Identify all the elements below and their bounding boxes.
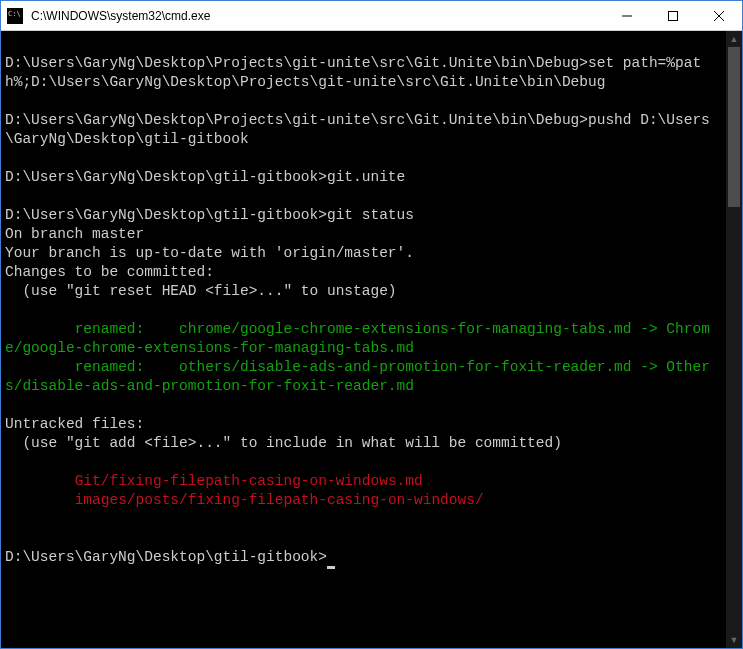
console-line: Untracked files:	[5, 416, 144, 432]
maximize-button[interactable]	[650, 1, 696, 30]
scrollbar-thumb[interactable]	[728, 47, 740, 207]
close-button[interactable]	[696, 1, 742, 30]
scroll-down-arrow-icon[interactable]: ▼	[726, 632, 742, 648]
cmd-icon	[7, 8, 23, 24]
console-output[interactable]: D:\Users\GaryNg\Desktop\Projects\git-uni…	[1, 31, 726, 648]
minimize-button[interactable]	[604, 1, 650, 30]
console-line: Your branch is up-to-date with 'origin/m…	[5, 245, 414, 261]
console-line: D:\Users\GaryNg\Desktop\gtil-gitbook>	[5, 549, 327, 565]
console-area: D:\Users\GaryNg\Desktop\Projects\git-uni…	[1, 31, 742, 648]
window-title: C:\WINDOWS\system32\cmd.exe	[29, 9, 604, 23]
console-line: D:\Users\GaryNg\Desktop\gtil-gitbook>git…	[5, 207, 414, 223]
scroll-up-arrow-icon[interactable]: ▲	[726, 31, 742, 47]
console-line: Changes to be committed:	[5, 264, 214, 280]
scrollbar[interactable]: ▲ ▼	[726, 31, 742, 648]
console-line: D:\Users\GaryNg\Desktop\Projects\git-uni…	[5, 55, 701, 90]
console-line: Git/fixing-filepath-casing-on-windows.md	[5, 473, 423, 489]
console-line: D:\Users\GaryNg\Desktop\gtil-gitbook>git…	[5, 169, 405, 185]
window-controls	[604, 1, 742, 30]
console-line: images/posts/fixing-filepath-casing-on-w…	[5, 492, 484, 508]
console-line: D:\Users\GaryNg\Desktop\Projects\git-uni…	[5, 112, 710, 147]
console-line: renamed: chrome/google-chrome-extensions…	[5, 321, 710, 356]
console-line: On branch master	[5, 226, 144, 242]
titlebar[interactable]: C:\WINDOWS\system32\cmd.exe	[1, 1, 742, 31]
svg-rect-1	[669, 11, 678, 20]
console-line: (use "git add <file>..." to include in w…	[5, 435, 562, 451]
scrollbar-track[interactable]	[726, 47, 742, 632]
text-cursor	[327, 566, 335, 569]
console-line: (use "git reset HEAD <file>..." to unsta…	[5, 283, 397, 299]
console-line: renamed: others/disable-ads-and-promotio…	[5, 359, 710, 394]
